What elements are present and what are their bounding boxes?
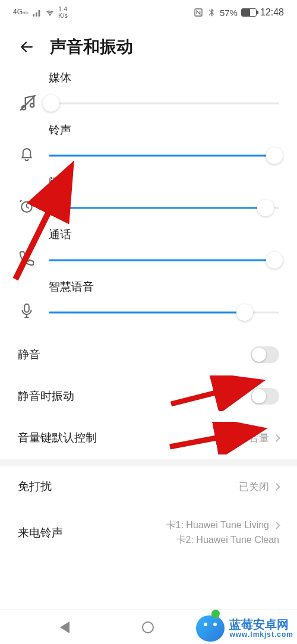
bluetooth-icon <box>207 8 216 17</box>
battery-icon <box>241 8 257 17</box>
silent-toggle[interactable] <box>251 346 279 363</box>
logo-url: www.lmkjst.com <box>229 631 293 639</box>
section-divider <box>0 459 297 466</box>
svg-rect-5 <box>24 304 29 312</box>
slider-label: 媒体 <box>49 70 279 86</box>
row-silent: 静音 <box>0 334 297 375</box>
header: 声音和振动 <box>0 23 297 68</box>
slider-label: 闹钟 <box>49 175 279 190</box>
signal-icon <box>32 8 42 17</box>
network-indicator: 4Gᴴᴰ <box>13 8 29 17</box>
watermark-logo: 蓝莓安卓网 www.lmkjst.com <box>192 613 297 644</box>
back-button[interactable] <box>18 38 36 56</box>
chevron-right-icon <box>273 522 280 529</box>
media-slider[interactable] <box>49 91 279 115</box>
volume-key-label: 音量键默认控制 <box>18 430 97 446</box>
row-dnd[interactable]: 免打扰 已关闭 <box>0 466 297 507</box>
nfc-icon <box>194 8 203 17</box>
chevron-right-icon <box>273 434 280 442</box>
slider-label: 铃声 <box>49 122 279 138</box>
slider-voice: 智慧语音 <box>0 279 297 324</box>
ringtone-label: 来电铃声 <box>18 525 63 541</box>
wifi-icon <box>45 8 55 17</box>
arrow-left-icon <box>19 39 34 55</box>
chevron-right-icon <box>273 483 280 491</box>
volume-sliders: 媒体 铃声 闹钟 <box>0 68 297 334</box>
slider-call: 通话 <box>0 227 297 272</box>
voice-slider[interactable] <box>49 301 279 324</box>
net-speed: 1.4 K/s <box>58 6 68 19</box>
svg-point-2 <box>30 103 34 108</box>
row-vibrate-on-silent: 静音时振动 <box>0 375 297 417</box>
slider-ringtone: 铃声 <box>0 122 297 168</box>
ringtone-value: 卡1: Huawei Tune Living 卡2: Huawei Tune C… <box>166 519 279 547</box>
alarm-slider[interactable] <box>49 196 279 220</box>
row-incoming-ringtone[interactable]: 来电铃声 卡1: Huawei Tune Living 卡2: Huawei T… <box>0 507 297 558</box>
status-right: 57% 12:48 <box>194 7 284 18</box>
nav-back-icon[interactable] <box>60 621 69 633</box>
nav-home-icon[interactable] <box>142 621 154 633</box>
status-bar: 4Gᴴᴰ 1.4 K/s 57% 12:48 <box>0 0 297 23</box>
dnd-value: 已关闭 <box>239 480 279 494</box>
phone-icon <box>18 227 49 267</box>
vibrate-label: 静音时振动 <box>18 389 74 404</box>
battery-percent: 57% <box>220 8 238 18</box>
row-volume-key[interactable]: 音量键默认控制 媒体音量 <box>0 417 297 459</box>
silent-label: 静音 <box>18 347 40 362</box>
page-title: 声音和振动 <box>50 36 133 58</box>
logo-name: 蓝莓安卓网 <box>229 618 293 631</box>
status-left: 4Gᴴᴰ 1.4 K/s <box>13 6 68 19</box>
slider-label: 通话 <box>49 227 279 242</box>
slider-alarm: 闹钟 <box>0 175 297 220</box>
slider-label: 智慧语音 <box>49 279 279 295</box>
vibrate-toggle[interactable] <box>251 388 279 405</box>
clock-icon <box>18 175 49 215</box>
bell-icon <box>18 122 49 163</box>
ringtone-slider[interactable] <box>49 144 279 168</box>
logo-icon <box>196 615 225 642</box>
volume-key-value: 媒体音量 <box>229 431 279 445</box>
dnd-label: 免打扰 <box>18 479 52 494</box>
call-slider[interactable] <box>49 248 279 272</box>
slider-media: 媒体 <box>0 70 297 115</box>
clock: 12:48 <box>260 7 284 18</box>
mic-icon <box>18 279 49 320</box>
